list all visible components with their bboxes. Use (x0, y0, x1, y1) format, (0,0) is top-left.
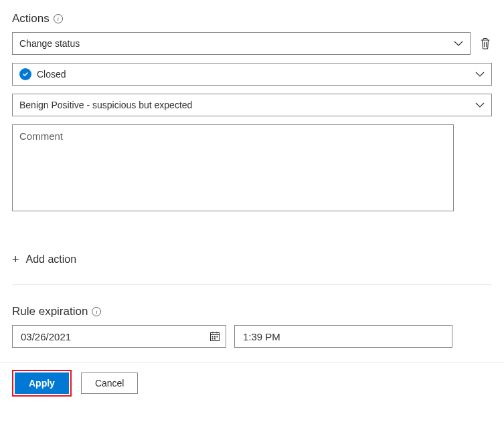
change-status-dropdown[interactable]: Change status (12, 32, 471, 55)
plus-icon: + (12, 253, 19, 265)
dropdown-label: Benign Positive - suspicious but expecte… (19, 100, 192, 110)
actions-header: Actions i (12, 12, 492, 25)
comment-textarea[interactable] (12, 124, 454, 211)
trash-icon (480, 37, 491, 49)
calendar-icon[interactable] (209, 331, 220, 342)
apply-button[interactable]: Apply (15, 372, 69, 394)
expiration-time-field[interactable] (234, 325, 452, 348)
svg-rect-6 (217, 336, 218, 338)
svg-rect-5 (214, 336, 216, 338)
cancel-button[interactable]: Cancel (81, 372, 139, 394)
action-row-classification: Benign Positive - suspicious but expecte… (12, 94, 492, 116)
dropdown-label: Change status (19, 38, 80, 49)
add-action-button[interactable]: + Add action (12, 253, 492, 265)
actions-title: Actions (12, 12, 50, 25)
expiration-time-input[interactable] (242, 330, 445, 343)
classification-dropdown[interactable]: Benign Positive - suspicious but expecte… (12, 94, 492, 116)
info-icon[interactable]: i (92, 307, 101, 316)
closed-dropdown[interactable]: Closed (12, 63, 492, 86)
chevron-down-icon (475, 70, 485, 79)
checkmark-icon (19, 68, 31, 80)
add-action-label: Add action (26, 253, 77, 265)
section-divider (12, 284, 492, 285)
expiration-date-field[interactable] (12, 325, 226, 348)
action-row-change-status: Change status (12, 32, 492, 55)
svg-rect-8 (214, 338, 216, 340)
apply-highlight: Apply (12, 370, 72, 397)
chevron-down-icon (475, 100, 485, 110)
dropdown-label: Closed (37, 69, 66, 80)
expiration-date-input[interactable] (19, 330, 209, 343)
delete-action-button[interactable] (479, 37, 492, 50)
svg-rect-7 (212, 338, 214, 340)
chevron-down-icon (454, 39, 463, 48)
expiration-row (12, 325, 492, 348)
rule-expiration-header: Rule expiration i (12, 305, 492, 318)
footer-divider (0, 362, 504, 363)
action-row-closed: Closed (12, 63, 492, 86)
svg-rect-4 (212, 336, 214, 338)
rule-expiration-title: Rule expiration (12, 305, 88, 318)
info-icon[interactable]: i (54, 14, 63, 23)
button-row: Apply Cancel (12, 370, 492, 397)
